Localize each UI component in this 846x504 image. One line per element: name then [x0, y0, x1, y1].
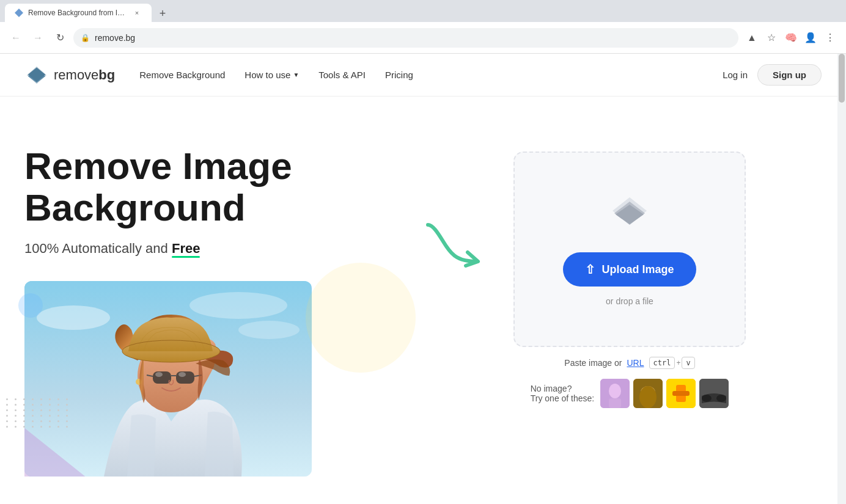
svg-point-24	[609, 384, 621, 398]
main-nav: removebg Remove Background How to use ▼ …	[0, 54, 846, 97]
cast-button[interactable]: ▲	[743, 29, 760, 46]
lock-icon: 🔒	[81, 34, 90, 42]
bookmark-button[interactable]: ☆	[763, 29, 780, 46]
new-tab-button[interactable]: +	[154, 5, 171, 22]
hero-person-svg	[24, 281, 312, 477]
svg-point-6	[238, 321, 300, 339]
no-image-label: No image? Try one of these:	[531, 384, 595, 403]
logo-icon	[24, 65, 49, 85]
browser-toolbar: ← → ↻ 🔒 remove.bg ▲ ☆ 🧠 👤 ⋮	[0, 22, 846, 54]
hero-left: Remove Image Background 100% Automatical…	[24, 133, 391, 477]
browser-chrome: Remove Background from Image... × + ← → …	[0, 0, 846, 54]
tab-close-button[interactable]: ×	[132, 8, 142, 18]
login-button[interactable]: Log in	[723, 70, 748, 80]
upload-image-button[interactable]: ⇧ Upload Image	[563, 252, 696, 287]
tab-title: Remove Background from Image...	[28, 9, 127, 17]
upload-panel: ⇧ Upload Image or drop a file	[513, 152, 746, 347]
url-link[interactable]: URL	[627, 358, 644, 368]
svg-point-33	[702, 395, 712, 402]
profile-button[interactable]: 👤	[802, 29, 819, 46]
svg-point-28	[639, 386, 657, 408]
sample-image-2[interactable]	[633, 379, 663, 408]
svg-point-15	[155, 372, 163, 377]
v-key: v	[682, 357, 694, 369]
reload-button[interactable]: ↻	[51, 29, 68, 46]
back-button: ←	[7, 29, 24, 46]
scrollbar-thumb[interactable]	[839, 54, 845, 103]
dropdown-chevron-icon: ▼	[293, 71, 299, 78]
svg-marker-2	[28, 67, 45, 81]
svg-point-34	[716, 395, 726, 402]
nav-logo[interactable]: removebg	[24, 65, 115, 85]
nav-link-pricing[interactable]: Pricing	[385, 70, 413, 80]
menu-button[interactable]: ⋮	[822, 29, 839, 46]
upload-icon-container	[605, 192, 654, 238]
nav-links: Remove Background How to use ▼ Tools & A…	[139, 70, 723, 80]
active-tab[interactable]: Remove Background from Image... ×	[5, 4, 152, 22]
decoration-circle	[306, 263, 416, 373]
keyboard-shortcut: ctrl + v	[649, 357, 695, 369]
sample-images-row: No image? Try one of these:	[513, 379, 746, 408]
hero-image-container: for(let i=0;i<48;i++) document.currentSc…	[24, 281, 391, 477]
extensions-button[interactable]: 🧠	[782, 29, 800, 46]
paste-row: Paste image or URL ctrl + v	[513, 357, 746, 369]
website-content: removebg Remove Background How to use ▼ …	[0, 54, 846, 504]
signup-button[interactable]: Sign up	[757, 64, 822, 86]
hero-subtitle: 100% Automatically and Free	[24, 241, 391, 257]
browser-actions: ▲ ☆ 🧠 👤 ⋮	[743, 29, 839, 46]
ctrl-key: ctrl	[649, 357, 675, 369]
upload-icon-arrow: ⇧	[585, 262, 595, 277]
browser-tabs: Remove Background from Image... × +	[0, 0, 846, 22]
svg-point-19	[122, 340, 220, 362]
logo-text: removebg	[54, 67, 115, 83]
sample-images	[600, 379, 729, 408]
drop-label: or drop a file	[606, 296, 653, 306]
svg-point-5	[189, 292, 287, 319]
nav-link-tools-api[interactable]: Tools & API	[318, 70, 366, 80]
nav-link-remove-background[interactable]: Remove Background	[139, 70, 225, 80]
svg-rect-31	[672, 391, 690, 396]
arrow-icon	[416, 206, 489, 280]
scrollbar-track	[837, 54, 846, 504]
svg-point-4	[37, 305, 110, 330]
upload-panel-container: ⇧ Upload Image or drop a file Paste imag…	[513, 133, 746, 408]
tab-favicon	[15, 9, 23, 17]
upload-icon	[605, 192, 654, 235]
sample-image-4[interactable]	[699, 379, 729, 408]
sample-image-3[interactable]	[666, 379, 696, 408]
url-text: remove.bg	[95, 33, 135, 43]
svg-point-16	[178, 372, 186, 377]
nav-auth: Log in Sign up	[723, 64, 822, 86]
nav-link-how-to-use[interactable]: How to use ▼	[245, 70, 299, 80]
forward-button: →	[29, 29, 46, 46]
upload-button-label: Upload Image	[601, 263, 674, 276]
svg-rect-25	[609, 398, 621, 408]
dots-pattern: for(let i=0;i<48;i++) document.currentSc…	[6, 398, 71, 428]
sample-image-1[interactable]	[600, 379, 630, 408]
arrow-container	[416, 133, 489, 280]
hero-image	[24, 281, 312, 477]
hero-section: Remove Image Background 100% Automatical…	[0, 97, 846, 504]
paste-label: Paste image or	[564, 358, 622, 368]
address-bar[interactable]: 🔒 remove.bg	[73, 28, 738, 48]
hero-title: Remove Image Background	[24, 145, 391, 228]
